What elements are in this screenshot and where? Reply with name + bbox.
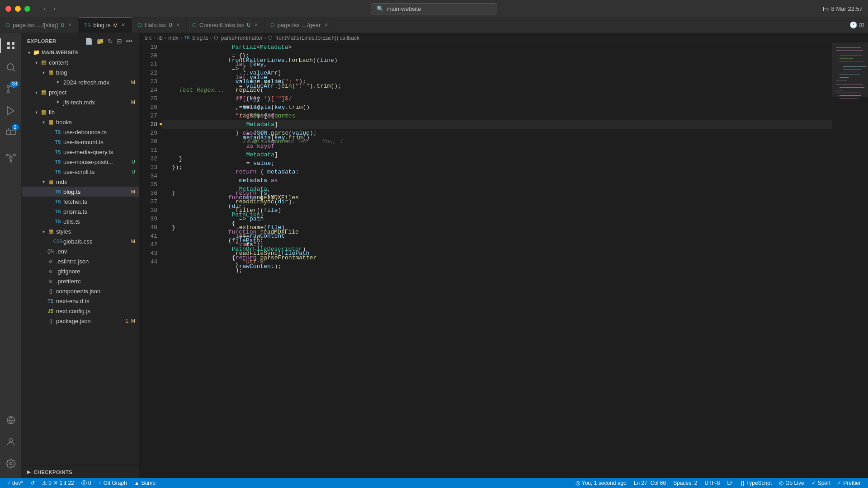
status-cursor[interactable]: Ln 27, Col 66 (630, 480, 670, 486)
breadcrumb-foreach-callback[interactable]: frontMatterLines.forEach() callback (275, 35, 359, 41)
breadcrumb-parsefrontmatter[interactable]: parseFrontmatter (221, 35, 263, 41)
tree-file-fetcher[interactable]: TS fetcher.ts (22, 197, 139, 206)
tree-file-blog-ts[interactable]: TS blog.ts M (22, 187, 139, 197)
status-branch[interactable]: ⑂ dev* (4, 478, 27, 488)
activity-git[interactable] (0, 147, 22, 169)
tree-folder-mdx[interactable]: ▾ ▦ mdx (22, 177, 139, 187)
minimap (832, 43, 868, 478)
status-bump[interactable]: ▲ Bump (131, 478, 159, 488)
tab-close-connectlinks[interactable]: ✕ (253, 21, 259, 29)
maximize-button[interactable] (24, 6, 30, 12)
tree-file-use-mouse-positi[interactable]: TS use-mouse-positi... U (22, 157, 139, 167)
tree-folder-blog[interactable]: ▾ ▦ blog (22, 67, 139, 77)
tree-folder-hooks[interactable]: ▾ ▦ hooks (22, 117, 139, 127)
tab-halo-tsx[interactable]: ⬡ Halo.tsx U ✕ (132, 17, 187, 33)
new-folder-button[interactable]: 📁 (95, 37, 105, 46)
tree-file-next-config[interactable]: JS next.config.js (22, 306, 139, 316)
tree-file-components-json[interactable]: {} components.json (22, 286, 139, 296)
tab-page-slug[interactable]: ⬡ page.tsx …/[slug] U ✕ (0, 17, 79, 33)
status-encoding[interactable]: UTF-8 (701, 480, 724, 486)
tab-blog-ts[interactable]: TS blog.ts M ✕ (79, 17, 132, 33)
tree-file-use-is-mount[interactable]: TS use-is-mount.ts (22, 137, 139, 147)
refresh-button[interactable]: ↻ (107, 37, 114, 46)
status-line-ending[interactable]: LF (724, 480, 737, 486)
status-author[interactable]: ◎ You, 1 second ago (572, 480, 630, 486)
close-button[interactable] (5, 6, 11, 12)
tree-label-fetcher: fetcher.ts (63, 198, 139, 205)
forward-button[interactable]: › (51, 4, 58, 13)
search-text: main-website (387, 5, 421, 12)
tree-file-use-debounce[interactable]: TS use-debounce.ts (22, 127, 139, 137)
tab-page-gear[interactable]: ⬡ page.tsx …/gear ✕ (265, 17, 335, 33)
breadcrumb-callback-icon: ⬡ (268, 35, 273, 41)
status-remote[interactable]: ⓪ 0 (78, 478, 95, 488)
git-graph-icon: ⑂ (99, 480, 102, 486)
tab-connectlinks[interactable]: ⬡ ConnectLinks.tsx U ✕ (187, 17, 265, 33)
tree-root-folder[interactable]: ▾ 📁 MAIN-WEBSITE (22, 47, 139, 57)
tree-file-utils[interactable]: TS utils.ts (22, 216, 139, 226)
status-errors-warnings[interactable]: ⚠ 0 ✕ 1 ℹ 22 (38, 478, 78, 488)
tab-split-icon[interactable]: ⊞ (859, 21, 864, 28)
tree-label-prisma: prisma.ts (63, 208, 139, 215)
tab-close-page-gear[interactable]: ✕ (323, 21, 329, 29)
tab-close-blog-ts[interactable]: ✕ (120, 21, 126, 29)
tree-folder-content[interactable]: ▾ ▦ content (22, 57, 139, 67)
status-go-live[interactable]: ◎ Go Live (775, 480, 807, 486)
tree-file-prisma[interactable]: TS prisma.ts (22, 206, 139, 216)
branch-name: dev* (12, 480, 23, 486)
info-text: ℹ 22 (64, 480, 74, 486)
activity-extensions[interactable]: 2 (0, 122, 22, 143)
activity-search[interactable] (0, 56, 22, 78)
tree-folder-lib[interactable]: ▾ ▦ lib (22, 107, 139, 117)
activity-run-debug[interactable] (0, 100, 22, 122)
tree-file-prettierrc[interactable]: ⊙ .prettierrc (22, 276, 139, 286)
status-sync[interactable]: ↺ (27, 478, 38, 488)
checkpoints-section[interactable]: ▶ CHECKPOINTS (22, 465, 139, 478)
tree-file-2024-refresh[interactable]: ✦ 2024-refresh.mdx M (22, 77, 139, 87)
more-actions-button[interactable]: ••• (125, 37, 133, 46)
sidebar-actions: 📄 📁 ↻ ⊟ ••• (84, 37, 133, 46)
collapse-all-button[interactable]: ⊟ (116, 37, 123, 46)
activity-source-control[interactable]: 33 (0, 78, 22, 100)
search-bar[interactable]: 🔍 main-website (371, 3, 497, 14)
tree-folder-styles[interactable]: ▾ ▦ styles (22, 226, 139, 236)
new-file-button[interactable]: 📄 (84, 37, 94, 46)
tree-label-use-is-mount: use-is-mount.ts (63, 139, 139, 145)
tree-label-jfs-tech: jfs-tech.mdx (63, 99, 131, 106)
status-checkmark[interactable]: ✓ Spell (808, 480, 834, 486)
status-language[interactable]: {} TypeScript (737, 480, 776, 486)
tree-folder-project[interactable]: ▾ ▦ project (22, 87, 139, 97)
tree-file-eslintrc[interactable]: ⊙ .eslintrc.json (22, 256, 139, 266)
nav-buttons: ‹ › (41, 4, 58, 13)
minimize-button[interactable] (15, 6, 21, 12)
tab-label-connectlinks: ConnectLinks.tsx (199, 22, 244, 28)
status-prettier[interactable]: ✓ Prettier (833, 480, 864, 486)
svg-point-14 (14, 154, 15, 156)
tree-file-env[interactable]: {}N .env (22, 246, 139, 256)
breadcrumb-mdx[interactable]: mdx (168, 35, 179, 41)
tree-file-use-media-query[interactable]: TS use-media-query.ts (22, 147, 139, 157)
activity-explorer[interactable] (0, 35, 22, 56)
activity-remote[interactable] (0, 409, 22, 431)
code-container[interactable]: 19 20 21 22 23 24 25 26 27 28 29 30 31 3… (139, 43, 832, 478)
tab-close-halo-tsx[interactable]: ✕ (175, 21, 181, 29)
tree-label-blog-ts: blog.ts (63, 188, 131, 195)
activity-account[interactable] (0, 431, 22, 453)
breadcrumb-src[interactable]: src (145, 35, 152, 41)
back-button[interactable]: ‹ (41, 4, 49, 13)
tree-file-gitignore[interactable]: ⊙ .gitignore (22, 266, 139, 276)
breadcrumb-lib[interactable]: lib (157, 35, 163, 41)
status-git-graph[interactable]: ⑂ Git Graph (95, 478, 131, 488)
status-spaces[interactable]: Spaces: 2 (670, 480, 701, 486)
tree-file-use-scroll[interactable]: TS use-scroll.ts U (22, 167, 139, 177)
breadcrumb-blog-ts[interactable]: blog.ts (192, 35, 208, 41)
breadcrumb-fn-icon: ⬡ (214, 35, 218, 41)
tree-file-package-json[interactable]: {} package.json 1, M (22, 316, 139, 326)
tab-close-page-slug[interactable]: ✕ (67, 21, 73, 29)
tab-history-icon[interactable]: 🕐 (849, 21, 857, 28)
activity-settings[interactable] (0, 453, 22, 474)
tree-file-jfs-tech[interactable]: ✦ jfs-tech.mdx M (22, 97, 139, 107)
tree-file-globals-css[interactable]: CSS globals.css M (22, 236, 139, 246)
tree-file-next-env[interactable]: TS next-env.d.ts (22, 296, 139, 306)
ts-icon-5: TS (54, 168, 61, 175)
